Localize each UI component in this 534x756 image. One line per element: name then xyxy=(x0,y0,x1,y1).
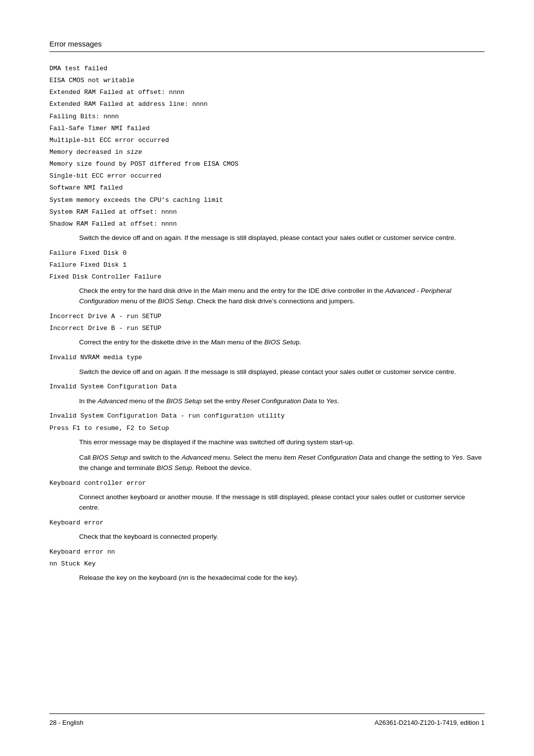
indent-text-4: Switch the device off and on again. If t… xyxy=(79,367,485,378)
indent-text-6a: This error message may be displayed if t… xyxy=(79,437,485,448)
indent-block-1: Switch the device off and on again. If t… xyxy=(79,233,485,243)
mono-line: Software NMI failed xyxy=(49,183,485,193)
indent-text-2: Check the entry for the hard disk drive … xyxy=(79,286,485,307)
footer-left: 28 - English xyxy=(49,719,84,726)
mono-line: Invalid System Configuration Data xyxy=(49,382,485,392)
mono-line: Fail-Safe Timer NMI failed xyxy=(49,124,485,134)
mono-line: Incorrect Drive A - run SETUP xyxy=(49,312,485,322)
mono-block-5: Invalid System Configuration Data xyxy=(49,382,485,392)
indent-text-9: Release the key on the keyboard (nn is t… xyxy=(79,573,485,583)
mono-block-1: DMA test failed EISA CMOS not writable E… xyxy=(49,64,485,229)
indent-block-2: Check the entry for the hard disk drive … xyxy=(79,286,485,307)
mono-block-3: Incorrect Drive A - run SETUP Incorrect … xyxy=(49,312,485,333)
indent-block-3: Correct the entry for the diskette drive… xyxy=(79,337,485,348)
mono-line: System RAM Failed at offset: nnnn xyxy=(49,207,485,217)
mono-line: DMA test failed xyxy=(49,64,485,74)
mono-line: Invalid System Configuration Data - run … xyxy=(49,411,485,421)
mono-line: Failure Fixed Disk 0 xyxy=(49,248,485,258)
mono-block-2: Failure Fixed Disk 0 Failure Fixed Disk … xyxy=(49,248,485,282)
mono-line: Extended RAM Failed at offset: nnnn xyxy=(49,88,485,97)
indent-text-5: In the Advanced menu of the BIOS Setup s… xyxy=(79,396,485,407)
footer-right: A26361-D2140-Z120-1-7419, edition 1 xyxy=(374,719,485,726)
section-title: Error messages xyxy=(49,40,102,48)
mono-line: Shadow RAM Failed at offset: nnnn xyxy=(49,219,485,229)
mono-block-6: Invalid System Configuration Data - run … xyxy=(49,411,485,433)
mono-line: Keyboard error nn xyxy=(49,547,485,557)
mono-line: Single-bit ECC error occurred xyxy=(49,171,485,181)
mono-line: nn Stuck Key xyxy=(49,559,485,569)
indent-block-9: Release the key on the keyboard (nn is t… xyxy=(79,573,485,583)
mono-block-9: Keyboard error nn nn Stuck Key xyxy=(49,547,485,569)
indent-block-7: Connect another keyboard or another mous… xyxy=(79,492,485,513)
mono-line: Fixed Disk Controller Failure xyxy=(49,272,485,282)
footer: 28 - English A26361-D2140-Z120-1-7419, e… xyxy=(49,713,485,726)
mono-line: Press F1 to resume, F2 to Setup xyxy=(49,424,485,433)
content-area: DMA test failed EISA CMOS not writable E… xyxy=(49,64,485,583)
mono-block-7: Keyboard controller error xyxy=(49,478,485,488)
mono-line: Extended RAM Failed at address line: nnn… xyxy=(49,99,485,109)
mono-line: Failure Fixed Disk 1 xyxy=(49,260,485,270)
indent-text-7: Connect another keyboard or another mous… xyxy=(79,492,485,513)
mono-block-4: Invalid NVRAM media type xyxy=(49,353,485,363)
indent-block-4: Switch the device off and on again. If t… xyxy=(79,367,485,378)
indent-text-3: Correct the entry for the diskette drive… xyxy=(79,337,485,348)
indent-block-6a: This error message may be displayed if t… xyxy=(79,437,485,448)
mono-line: Memory size found by POST differed from … xyxy=(49,159,485,169)
mono-block-8: Keyboard error xyxy=(49,518,485,528)
indent-text-1: Switch the device off and on again. If t… xyxy=(79,233,485,243)
mono-line: System memory exceeds the CPU’s caching … xyxy=(49,195,485,205)
mono-line: Invalid NVRAM media type xyxy=(49,353,485,363)
mono-line: Keyboard controller error xyxy=(49,478,485,488)
indent-text-6b: Call BIOS Setup and switch to the Advanc… xyxy=(79,453,485,473)
indent-text-8: Check that the keyboard is connected pro… xyxy=(79,532,485,542)
mono-line: Failing Bits: nnnn xyxy=(49,112,485,122)
mono-line: Keyboard error xyxy=(49,518,485,528)
indent-block-6b: Call BIOS Setup and switch to the Advanc… xyxy=(79,453,485,473)
page: Error messages DMA test failed EISA CMOS… xyxy=(0,0,534,756)
mono-line: Incorrect Drive B - run SETUP xyxy=(49,324,485,333)
section-header: Error messages xyxy=(49,40,485,52)
indent-block-8: Check that the keyboard is connected pro… xyxy=(79,532,485,542)
indent-block-5: In the Advanced menu of the BIOS Setup s… xyxy=(79,396,485,407)
mono-line: Memory decreased in size xyxy=(49,147,485,157)
mono-line: EISA CMOS not writable xyxy=(49,76,485,86)
mono-line: Multiple-bit ECC error occurred xyxy=(49,136,485,145)
